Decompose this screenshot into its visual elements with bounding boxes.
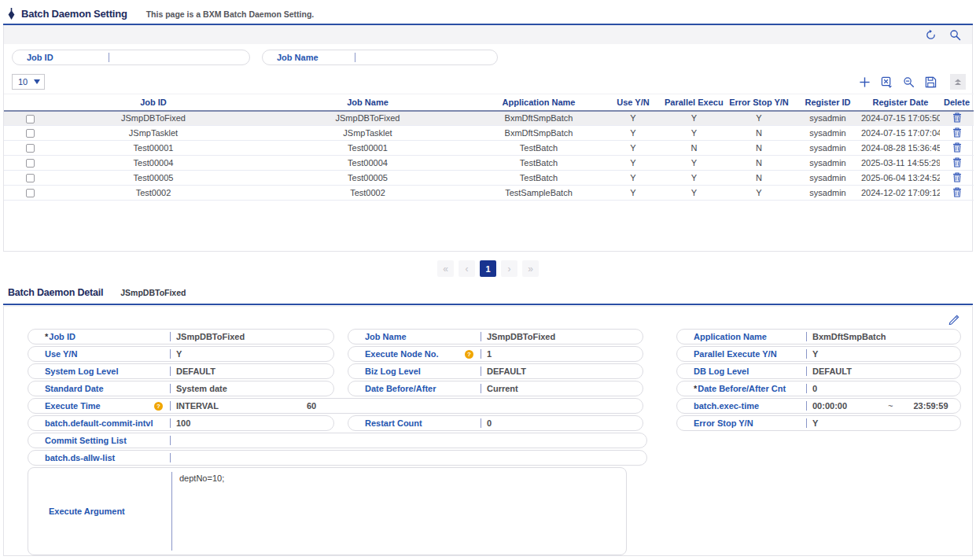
search-icon[interactable]	[949, 29, 961, 41]
delete-trash-icon[interactable]	[952, 157, 962, 168]
field-execute-time[interactable]: Execute Time? INTERVAL 60	[28, 398, 643, 414]
cell-application-name[interactable]: TestSampleBatch	[476, 186, 602, 201]
cell-use-yn[interactable]: Y	[602, 186, 665, 201]
cell-job-id[interactable]: Test00005	[47, 171, 260, 186]
col-register-date[interactable]: Register Date	[861, 94, 940, 111]
cell-register-date[interactable]: 2024-07-15 17:05:50	[861, 111, 940, 126]
table-row[interactable]: Test00004 Test00004 TestBatch Y Y N sysa…	[4, 156, 974, 171]
field-restart-count[interactable]: Restart Count 0	[348, 415, 643, 431]
field-system-log-level[interactable]: System Log Level DEFAULT	[28, 363, 334, 379]
field-biz-log-level[interactable]: Biz Log Level DEFAULT	[348, 363, 643, 379]
execute-time-interval-value[interactable]: 60	[307, 401, 316, 411]
cell-parallel[interactable]: N	[665, 141, 724, 156]
row-checkbox[interactable]	[26, 144, 35, 153]
field-date-before-after-cnt[interactable]: *Date Before/After Cnt 0	[676, 381, 961, 396]
add-row-icon[interactable]	[859, 76, 871, 88]
cell-job-name[interactable]: Test00001	[260, 141, 476, 156]
col-job-id[interactable]: Job ID	[47, 94, 260, 111]
row-checkbox[interactable]	[26, 174, 35, 182]
col-use-yn[interactable]: Use Y/N	[602, 94, 665, 111]
col-error-stop[interactable]: Error Stop Y/N	[724, 94, 794, 111]
field-job-name[interactable]: Job Name JSmpDBToFixed	[348, 329, 643, 344]
cell-error-stop[interactable]: Y	[724, 111, 794, 126]
job-name-input[interactable]	[355, 53, 497, 62]
excel-export-icon[interactable]	[881, 76, 893, 88]
cell-register-id[interactable]: sysadmin	[794, 126, 861, 141]
cell-register-date[interactable]: 2025-06-04 13:24:52	[861, 171, 940, 186]
field-ds-allw-list[interactable]: batch.ds-allw-list	[28, 450, 647, 466]
table-row[interactable]: Test00005 Test00005 TestBatch Y Y N sysa…	[4, 171, 974, 186]
cell-parallel[interactable]: Y	[665, 186, 724, 201]
cell-application-name[interactable]: TestBatch	[476, 156, 602, 171]
cell-register-id[interactable]: sysadmin	[794, 111, 861, 126]
current-page-button[interactable]: 1	[480, 260, 496, 277]
field-application-name[interactable]: Application Name BxmDftSmpBatch	[676, 329, 961, 344]
cell-job-id[interactable]: JSmpTasklet	[47, 126, 260, 141]
execute-argument-value[interactable]: deptNo=10;	[179, 473, 620, 549]
help-icon[interactable]: ?	[154, 402, 163, 411]
table-row[interactable]: Test00001 Test00001 TestBatch Y N N sysa…	[4, 141, 974, 156]
save-icon[interactable]	[925, 76, 937, 88]
cell-error-stop[interactable]: N	[724, 171, 794, 186]
cell-parallel[interactable]: Y	[665, 111, 724, 126]
cell-register-id[interactable]: sysadmin	[794, 186, 861, 201]
cell-register-date[interactable]: 2025-03-11 14:55:29	[861, 156, 940, 171]
field-commit-setting-list[interactable]: Commit Setting List	[28, 433, 647, 448]
cell-use-yn[interactable]: Y	[602, 156, 665, 171]
cell-use-yn[interactable]: Y	[602, 171, 665, 186]
exec-time-to[interactable]: 23:59:59	[913, 401, 948, 411]
delete-trash-icon[interactable]	[952, 142, 962, 153]
cell-job-name[interactable]: Test0002	[260, 186, 476, 201]
delete-trash-icon[interactable]	[952, 127, 962, 138]
job-id-input[interactable]	[109, 53, 249, 62]
cell-register-date[interactable]: 2024-08-28 15:36:45	[861, 141, 940, 156]
cell-application-name[interactable]: BxmDftSmpBatch	[476, 126, 602, 141]
delete-trash-icon[interactable]	[952, 187, 962, 197]
cell-use-yn[interactable]: Y	[602, 141, 665, 156]
field-execute-node-no[interactable]: Execute Node No.? 1	[348, 346, 643, 362]
field-parallel-execute-yn[interactable]: Parallel Execute Y/N Y	[676, 346, 961, 362]
col-job-name[interactable]: Job Name	[260, 94, 476, 111]
cell-job-id[interactable]: JSmpDBToFixed	[47, 111, 260, 126]
next-page-button[interactable]: ›	[501, 260, 517, 277]
page-size-select[interactable]: 10	[12, 74, 45, 90]
last-page-button[interactable]: »	[522, 260, 539, 277]
row-checkbox[interactable]	[26, 129, 35, 138]
cell-error-stop[interactable]: N	[724, 141, 794, 156]
cell-parallel[interactable]: Y	[665, 126, 724, 141]
cell-error-stop[interactable]: N	[724, 126, 794, 141]
field-error-stop-yn[interactable]: Error Stop Y/N Y	[676, 415, 961, 431]
field-execute-argument[interactable]: Execute Argument deptNo=10;	[28, 467, 627, 555]
help-icon[interactable]: ?	[465, 350, 473, 359]
row-checkbox[interactable]	[26, 115, 35, 123]
collapse-grid-button[interactable]	[950, 74, 966, 90]
field-standard-date[interactable]: Standard Date System date	[28, 381, 334, 396]
field-date-before-after[interactable]: Date Before/After Current	[348, 381, 643, 396]
cell-job-id[interactable]: Test00004	[47, 156, 260, 171]
col-application-name[interactable]: Application Name	[476, 94, 602, 111]
cell-register-id[interactable]: sysadmin	[794, 156, 861, 171]
table-row[interactable]: JSmpDBToFixed JSmpDBToFixed BxmDftSmpBat…	[4, 111, 974, 126]
row-checkbox[interactable]	[26, 159, 35, 168]
field-use-yn[interactable]: Use Y/N Y	[28, 346, 334, 362]
field-batch-exec-time[interactable]: batch.exec-time 00:00:00 ~ 23:59:59	[676, 398, 961, 414]
cell-register-id[interactable]: sysadmin	[794, 171, 861, 186]
zoom-search-icon[interactable]	[903, 76, 915, 88]
cell-use-yn[interactable]: Y	[602, 126, 665, 141]
col-parallel[interactable]: Parallel Execu...	[665, 94, 724, 111]
cell-register-date[interactable]: 2024-12-02 17:09:12	[861, 186, 940, 201]
cell-job-name[interactable]: Test00004	[260, 156, 476, 171]
field-default-commit-intvl[interactable]: batch.default-commit-intvl 100	[28, 415, 334, 431]
cell-parallel[interactable]: Y	[665, 156, 724, 171]
cell-register-date[interactable]: 2024-07-15 17:07:04	[861, 126, 940, 141]
table-row[interactable]: Test0002 Test0002 TestSampleBatch Y Y Y …	[4, 186, 974, 201]
cell-parallel[interactable]: Y	[665, 171, 724, 186]
cell-register-id[interactable]: sysadmin	[794, 141, 861, 156]
prev-page-button[interactable]: ‹	[459, 260, 475, 277]
table-row[interactable]: JSmpTasklet JSmpTasklet BxmDftSmpBatch Y…	[4, 126, 974, 141]
cell-job-name[interactable]: JSmpDBToFixed	[260, 111, 476, 126]
cell-job-id[interactable]: Test00001	[47, 141, 260, 156]
cell-error-stop[interactable]: Y	[724, 186, 794, 201]
cell-job-name[interactable]: JSmpTasklet	[260, 126, 476, 141]
cell-use-yn[interactable]: Y	[602, 111, 665, 126]
